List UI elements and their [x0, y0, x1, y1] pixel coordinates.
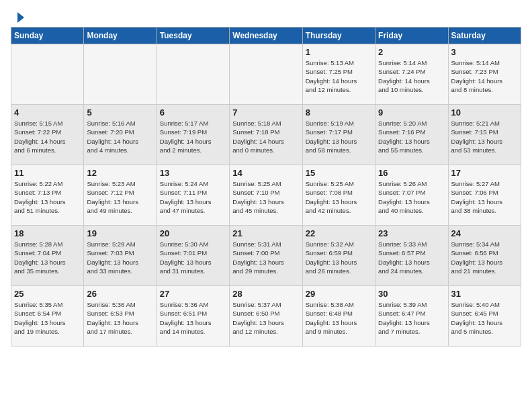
day-info: Sunrise: 5:40 AM Sunset: 6:45 PM Dayligh… [451, 300, 518, 336]
calendar-table: SundayMondayTuesdayWednesdayThursdayFrid… [11, 27, 521, 347]
weekday-header-monday: Monday [84, 28, 157, 44]
calendar-cell: 9Sunrise: 5:20 AM Sunset: 7:16 PM Daylig… [375, 105, 448, 165]
calendar-cell: 12Sunrise: 5:23 AM Sunset: 7:12 PM Dayli… [84, 165, 157, 226]
day-info: Sunrise: 5:14 AM Sunset: 7:24 PM Dayligh… [378, 58, 445, 94]
day-info: Sunrise: 5:32 AM Sunset: 6:59 PM Dayligh… [306, 240, 372, 275]
day-info: Sunrise: 5:22 AM Sunset: 7:13 PM Dayligh… [14, 179, 81, 215]
calendar-cell: 16Sunrise: 5:26 AM Sunset: 7:07 PM Dayli… [375, 165, 448, 226]
day-info: Sunrise: 5:23 AM Sunset: 7:12 PM Dayligh… [87, 179, 153, 215]
day-info: Sunrise: 5:27 AM Sunset: 7:06 PM Dayligh… [451, 179, 518, 215]
day-number: 15 [306, 168, 372, 178]
calendar-cell: 29Sunrise: 5:38 AM Sunset: 6:48 PM Dayli… [302, 286, 375, 347]
calendar-cell [230, 44, 302, 105]
calendar-cell: 25Sunrise: 5:35 AM Sunset: 6:54 PM Dayli… [11, 286, 84, 347]
day-number: 11 [14, 168, 81, 178]
svg-marker-0 [17, 12, 24, 23]
day-number: 2 [378, 47, 445, 57]
calendar-cell: 2Sunrise: 5:14 AM Sunset: 7:24 PM Daylig… [375, 44, 448, 105]
day-info: Sunrise: 5:25 AM Sunset: 7:10 PM Dayligh… [232, 179, 299, 215]
day-number: 3 [451, 47, 518, 57]
day-info: Sunrise: 5:13 AM Sunset: 7:25 PM Dayligh… [306, 58, 372, 94]
calendar-cell: 28Sunrise: 5:37 AM Sunset: 6:50 PM Dayli… [230, 286, 302, 347]
logo [11, 11, 26, 21]
day-info: Sunrise: 5:37 AM Sunset: 6:50 PM Dayligh… [232, 300, 299, 336]
day-number: 4 [14, 107, 81, 118]
calendar-cell: 10Sunrise: 5:21 AM Sunset: 7:15 PM Dayli… [448, 105, 521, 165]
weekday-header-row: SundayMondayTuesdayWednesdayThursdayFrid… [11, 28, 521, 44]
weekday-header-friday: Friday [375, 28, 448, 44]
calendar-cell: 11Sunrise: 5:22 AM Sunset: 7:13 PM Dayli… [11, 165, 84, 226]
calendar-cell: 18Sunrise: 5:28 AM Sunset: 7:04 PM Dayli… [11, 226, 84, 286]
calendar-cell: 21Sunrise: 5:31 AM Sunset: 7:00 PM Dayli… [230, 226, 302, 286]
day-info: Sunrise: 5:36 AM Sunset: 6:53 PM Dayligh… [87, 300, 153, 336]
day-number: 10 [451, 107, 518, 118]
day-number: 14 [232, 168, 299, 178]
day-number: 25 [14, 289, 81, 299]
day-number: 26 [87, 289, 153, 299]
weekday-header-tuesday: Tuesday [157, 28, 229, 44]
day-info: Sunrise: 5:26 AM Sunset: 7:07 PM Dayligh… [378, 179, 445, 215]
day-info: Sunrise: 5:34 AM Sunset: 6:56 PM Dayligh… [451, 240, 518, 275]
calendar-cell: 26Sunrise: 5:36 AM Sunset: 6:53 PM Dayli… [84, 286, 157, 347]
day-info: Sunrise: 5:18 AM Sunset: 7:18 PM Dayligh… [232, 119, 299, 154]
day-number: 5 [87, 107, 153, 118]
day-info: Sunrise: 5:25 AM Sunset: 7:08 PM Dayligh… [306, 179, 372, 215]
day-info: Sunrise: 5:30 AM Sunset: 7:01 PM Dayligh… [160, 240, 226, 275]
calendar-cell: 20Sunrise: 5:30 AM Sunset: 7:01 PM Dayli… [157, 226, 229, 286]
calendar-cell: 30Sunrise: 5:39 AM Sunset: 6:47 PM Dayli… [375, 286, 448, 347]
calendar-cell: 13Sunrise: 5:24 AM Sunset: 7:11 PM Dayli… [157, 165, 229, 226]
day-info: Sunrise: 5:14 AM Sunset: 7:23 PM Dayligh… [451, 58, 518, 94]
calendar-cell: 22Sunrise: 5:32 AM Sunset: 6:59 PM Dayli… [302, 226, 375, 286]
day-number: 24 [451, 228, 518, 238]
calendar-week-row: 1Sunrise: 5:13 AM Sunset: 7:25 PM Daylig… [11, 44, 521, 105]
day-number: 17 [451, 168, 518, 178]
calendar-cell: 31Sunrise: 5:40 AM Sunset: 6:45 PM Dayli… [448, 286, 521, 347]
calendar-cell: 23Sunrise: 5:33 AM Sunset: 6:57 PM Dayli… [375, 226, 448, 286]
day-info: Sunrise: 5:20 AM Sunset: 7:16 PM Dayligh… [378, 119, 445, 154]
calendar-week-row: 11Sunrise: 5:22 AM Sunset: 7:13 PM Dayli… [11, 165, 521, 226]
weekday-header-wednesday: Wednesday [230, 28, 302, 44]
day-info: Sunrise: 5:21 AM Sunset: 7:15 PM Dayligh… [451, 119, 518, 154]
day-number: 6 [160, 107, 226, 118]
day-info: Sunrise: 5:29 AM Sunset: 7:03 PM Dayligh… [87, 240, 153, 275]
page-header [11, 11, 521, 21]
day-info: Sunrise: 5:35 AM Sunset: 6:54 PM Dayligh… [14, 300, 81, 336]
day-info: Sunrise: 5:24 AM Sunset: 7:11 PM Dayligh… [160, 179, 226, 215]
day-info: Sunrise: 5:38 AM Sunset: 6:48 PM Dayligh… [306, 300, 372, 336]
day-info: Sunrise: 5:36 AM Sunset: 6:51 PM Dayligh… [160, 300, 226, 336]
calendar-cell: 5Sunrise: 5:16 AM Sunset: 7:20 PM Daylig… [84, 105, 157, 165]
day-number: 19 [87, 228, 153, 238]
calendar-cell: 8Sunrise: 5:19 AM Sunset: 7:17 PM Daylig… [302, 105, 375, 165]
day-number: 16 [378, 168, 445, 178]
calendar-week-row: 18Sunrise: 5:28 AM Sunset: 7:04 PM Dayli… [11, 226, 521, 286]
weekday-header-sunday: Sunday [11, 28, 84, 44]
day-number: 23 [378, 228, 445, 238]
day-number: 20 [160, 228, 226, 238]
day-info: Sunrise: 5:15 AM Sunset: 7:22 PM Dayligh… [14, 119, 81, 154]
calendar-week-row: 25Sunrise: 5:35 AM Sunset: 6:54 PM Dayli… [11, 286, 521, 347]
calendar-week-row: 4Sunrise: 5:15 AM Sunset: 7:22 PM Daylig… [11, 105, 521, 165]
day-number: 29 [306, 289, 372, 299]
day-number: 22 [306, 228, 372, 238]
calendar-cell [157, 44, 229, 105]
day-number: 1 [306, 47, 372, 57]
calendar-cell: 19Sunrise: 5:29 AM Sunset: 7:03 PM Dayli… [84, 226, 157, 286]
calendar-cell: 4Sunrise: 5:15 AM Sunset: 7:22 PM Daylig… [11, 105, 84, 165]
calendar-cell: 24Sunrise: 5:34 AM Sunset: 6:56 PM Dayli… [448, 226, 521, 286]
day-info: Sunrise: 5:31 AM Sunset: 7:00 PM Dayligh… [232, 240, 299, 275]
calendar-cell [11, 44, 84, 105]
day-number: 12 [87, 168, 153, 178]
day-info: Sunrise: 5:17 AM Sunset: 7:19 PM Dayligh… [160, 119, 226, 154]
day-info: Sunrise: 5:28 AM Sunset: 7:04 PM Dayligh… [14, 240, 81, 275]
day-number: 27 [160, 289, 226, 299]
calendar-cell: 14Sunrise: 5:25 AM Sunset: 7:10 PM Dayli… [230, 165, 302, 226]
day-number: 31 [451, 289, 518, 299]
weekday-header-saturday: Saturday [448, 28, 521, 44]
logo-triangle-icon [12, 11, 26, 24]
day-info: Sunrise: 5:16 AM Sunset: 7:20 PM Dayligh… [87, 119, 153, 154]
day-number: 9 [378, 107, 445, 118]
calendar-cell [84, 44, 157, 105]
day-number: 7 [232, 107, 299, 118]
calendar-cell: 6Sunrise: 5:17 AM Sunset: 7:19 PM Daylig… [157, 105, 229, 165]
calendar-cell: 1Sunrise: 5:13 AM Sunset: 7:25 PM Daylig… [302, 44, 375, 105]
